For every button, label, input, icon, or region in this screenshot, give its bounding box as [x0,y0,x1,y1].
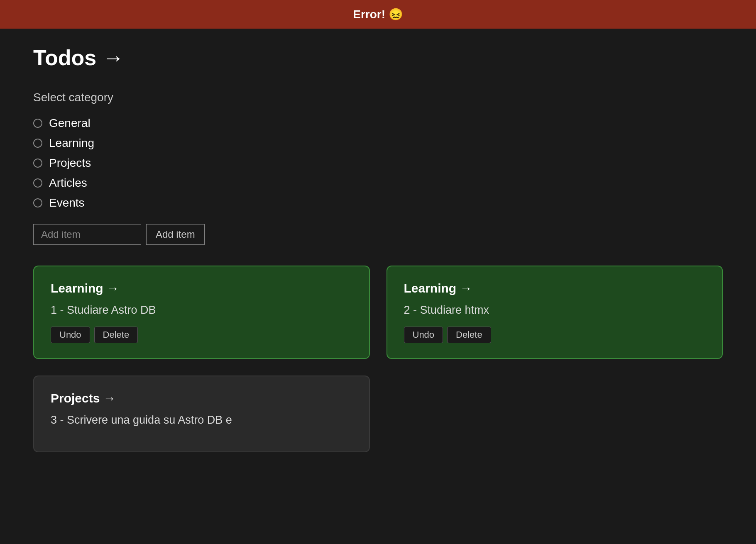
radio-learning[interactable] [33,139,42,148]
main-content: Todos → Select category General Learning… [0,29,756,469]
category-item-articles[interactable]: Articles [33,176,723,190]
bottom-cards-row: Projects → 3 - Scrivere una guida su Ast… [33,376,723,452]
radio-events[interactable] [33,198,42,207]
error-banner: Error! 😖 [0,0,756,29]
todo-card-1: Learning → 1 - Studiare Astro DB Undo De… [33,266,370,359]
card-1-title: Learning → [51,281,352,295]
category-item-learning[interactable]: Learning [33,137,723,150]
category-item-projects[interactable]: Projects [33,156,723,170]
select-category-label: Select category [33,91,723,104]
card-1-undo-button[interactable]: Undo [51,327,90,343]
radio-articles[interactable] [33,178,42,188]
card-2-item-text: 2 - Studiare htmx [404,304,706,317]
radio-projects[interactable] [33,159,42,168]
category-list: General Learning Projects Articles Event… [33,117,723,210]
error-text: Error! 😖 [353,8,403,21]
add-item-button[interactable]: Add item [146,224,205,245]
category-item-events[interactable]: Events [33,196,723,210]
card-2-title: Learning → [404,281,706,295]
card-1-item-text: 1 - Studiare Astro DB [51,304,352,317]
category-label-projects: Projects [49,156,91,170]
card-2-undo-button[interactable]: Undo [404,327,443,343]
card-2-actions: Undo Delete [404,327,706,343]
card-1-actions: Undo Delete [51,327,352,343]
category-label-learning: Learning [49,137,94,150]
page-title: Todos → [33,45,723,70]
add-item-input[interactable] [33,224,141,245]
card-2-delete-button[interactable]: Delete [447,327,491,343]
card-1-delete-button[interactable]: Delete [94,327,138,343]
add-item-row: Add item [33,224,723,245]
card-3-item-text: 3 - Scrivere una guida su Astro DB e [51,414,352,427]
cards-grid: Learning → 1 - Studiare Astro DB Undo De… [33,266,723,359]
category-label-general: General [49,117,91,130]
category-item-general[interactable]: General [33,117,723,130]
todo-card-2: Learning → 2 - Studiare htmx Undo Delete [387,266,723,359]
radio-general[interactable] [33,119,42,128]
todo-card-3: Projects → 3 - Scrivere una guida su Ast… [33,376,370,452]
category-label-events: Events [49,196,85,210]
category-label-articles: Articles [49,176,87,190]
card-3-title: Projects → [51,391,352,405]
